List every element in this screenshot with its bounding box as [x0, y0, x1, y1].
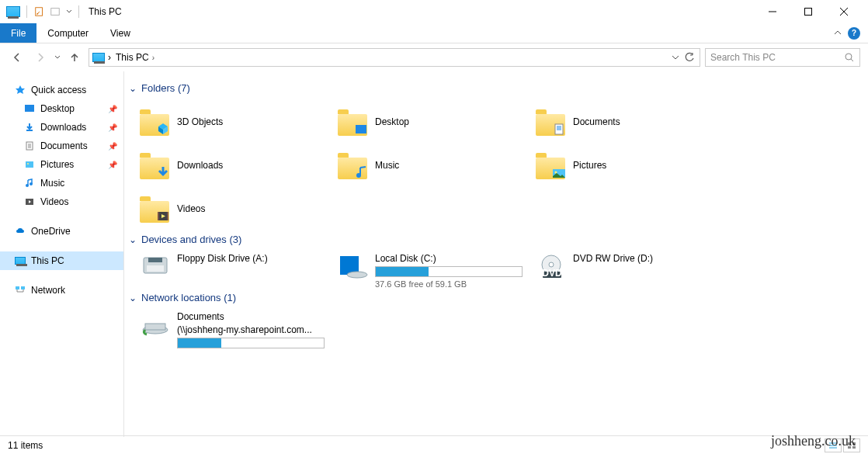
pictures-icon	[23, 158, 36, 171]
network-icon	[14, 284, 26, 296]
search-input[interactable]	[710, 52, 844, 63]
quick-access-toolbar	[6, 5, 82, 18]
folder-label: Music	[375, 160, 399, 171]
drive-capacity-bar	[177, 338, 325, 348]
refresh-icon[interactable]	[684, 52, 695, 63]
new-folder-icon[interactable]	[49, 5, 61, 18]
folder-music[interactable]: Music	[327, 144, 525, 187]
history-dropdown-icon[interactable]	[54, 54, 61, 61]
maximize-button[interactable]	[790, 0, 826, 23]
sidebar-quick-access[interactable]: Quick access	[0, 81, 123, 99]
folder-icon	[140, 151, 171, 179]
sidebar-item-label: Quick access	[31, 85, 86, 95]
section-label: Network locations (1)	[141, 292, 236, 303]
folder-icon	[338, 108, 369, 136]
svg-rect-14	[356, 125, 366, 133]
help-icon[interactable]: ?	[848, 27, 860, 40]
folder-icon	[338, 151, 369, 179]
folder-label: 3D Objects	[177, 116, 223, 127]
hdd-icon	[338, 253, 369, 281]
status-bar: 11 items	[0, 435, 868, 454]
search-box[interactable]	[705, 48, 860, 67]
up-button[interactable]	[65, 48, 84, 67]
drive-dvd[interactable]: DVD DVD RW Drive (D:)	[525, 251, 723, 289]
section-drives-header[interactable]: ⌄ Devices and drives (3)	[129, 234, 863, 245]
svg-point-1	[37, 12, 39, 14]
svg-rect-35	[145, 324, 165, 330]
divider	[26, 5, 27, 18]
sidebar-onedrive[interactable]: OneDrive	[0, 222, 123, 241]
svg-rect-21	[167, 212, 168, 220]
drive-local-c[interactable]: Local Disk (C:) 37.6 GB free of 59.1 GB	[327, 251, 525, 289]
sidebar-item-videos[interactable]: Videos	[0, 192, 123, 211]
folder-label: Downloads	[177, 160, 223, 171]
folder-videos[interactable]: Videos	[129, 187, 327, 230]
sidebar-item-downloads[interactable]: Downloads📌	[0, 118, 123, 137]
svg-rect-24	[147, 265, 164, 272]
svg-rect-27	[349, 256, 359, 265]
downloads-icon	[23, 121, 36, 133]
pc-icon	[14, 255, 26, 267]
pin-icon: 📌	[108, 161, 117, 169]
tab-view[interactable]: View	[99, 23, 141, 43]
ribbon-collapse-icon[interactable]	[834, 29, 842, 37]
chevron-down-icon: ⌄	[129, 83, 137, 94]
sidebar-item-label: This PC	[31, 255, 64, 266]
address-dropdown-icon[interactable]	[672, 54, 679, 61]
dvd-icon: DVD	[536, 253, 567, 281]
floppy-icon	[140, 253, 171, 281]
sidebar-item-label: Videos	[40, 196, 68, 207]
svg-rect-7	[26, 161, 33, 168]
breadcrumb-thispc[interactable]: This PC›	[114, 52, 156, 63]
drive-floppy[interactable]: Floppy Disk Drive (A:)	[129, 251, 327, 289]
svg-point-29	[347, 272, 367, 278]
pc-icon	[92, 53, 105, 62]
section-network-header[interactable]: ⌄ Network locations (1)	[129, 292, 863, 303]
sidebar-item-pictures[interactable]: Pictures📌	[0, 155, 123, 174]
tab-computer[interactable]: Computer	[36, 23, 99, 43]
properties-icon[interactable]	[33, 5, 46, 18]
drive-free-label: 37.6 GB free of 59.1 GB	[375, 279, 523, 289]
sidebar-item-label: Desktop	[40, 103, 75, 114]
content-pane: ⌄ Folders (7) 3D Objects Desktop Documen…	[124, 71, 868, 437]
sidebar-item-music[interactable]: Music	[0, 174, 123, 192]
folder-desktop[interactable]: Desktop	[327, 100, 525, 144]
svg-point-8	[27, 163, 29, 165]
videos-icon	[23, 196, 36, 208]
folder-icon	[140, 195, 171, 223]
close-button[interactable]	[826, 0, 862, 23]
chevron-down-icon: ⌄	[129, 234, 137, 245]
folder-label: Videos	[177, 203, 205, 214]
section-folders-header[interactable]: ⌄ Folders (7)	[129, 82, 863, 94]
sidebar-item-label: Pictures	[40, 159, 74, 170]
folder-pictures[interactable]: Pictures	[525, 144, 723, 187]
svg-point-10	[30, 182, 33, 185]
forward-button[interactable]	[31, 48, 50, 67]
back-button[interactable]	[8, 48, 26, 67]
sidebar-thispc[interactable]: This PC	[0, 251, 123, 270]
folder-3d-objects[interactable]: 3D Objects	[129, 100, 327, 144]
title-bar: This PC	[0, 0, 868, 23]
watermark: joshheng.co.uk	[771, 433, 856, 449]
desktop-icon	[23, 102, 36, 115]
network-location-documents[interactable]: Documents (\\joshheng-my.sharepoint.com.…	[129, 310, 327, 348]
chevron-down-icon: ⌄	[129, 293, 137, 303]
folder-downloads[interactable]: Downloads	[129, 144, 327, 187]
tab-file[interactable]: File	[0, 23, 36, 43]
sidebar-item-documents[interactable]: Documents📌	[0, 137, 123, 155]
sidebar-item-label: Music	[40, 178, 64, 189]
qat-dropdown-icon[interactable]	[66, 9, 72, 15]
sidebar-item-desktop[interactable]: Desktop📌	[0, 99, 123, 118]
svg-point-16	[356, 173, 361, 178]
navigation-pane: Quick access Desktop📌 Downloads📌 Documen…	[0, 71, 124, 437]
sidebar-network[interactable]: Network	[0, 281, 123, 300]
search-icon[interactable]	[844, 52, 855, 63]
chevron-right-icon[interactable]: ›	[108, 52, 111, 63]
minimize-button[interactable]	[755, 0, 790, 23]
folder-label: Pictures	[573, 160, 606, 171]
star-icon	[14, 84, 26, 96]
svg-rect-13	[21, 286, 25, 289]
drive-capacity-bar	[375, 266, 523, 277]
address-bar[interactable]: › This PC›	[89, 48, 700, 67]
folder-documents[interactable]: Documents	[525, 100, 723, 144]
